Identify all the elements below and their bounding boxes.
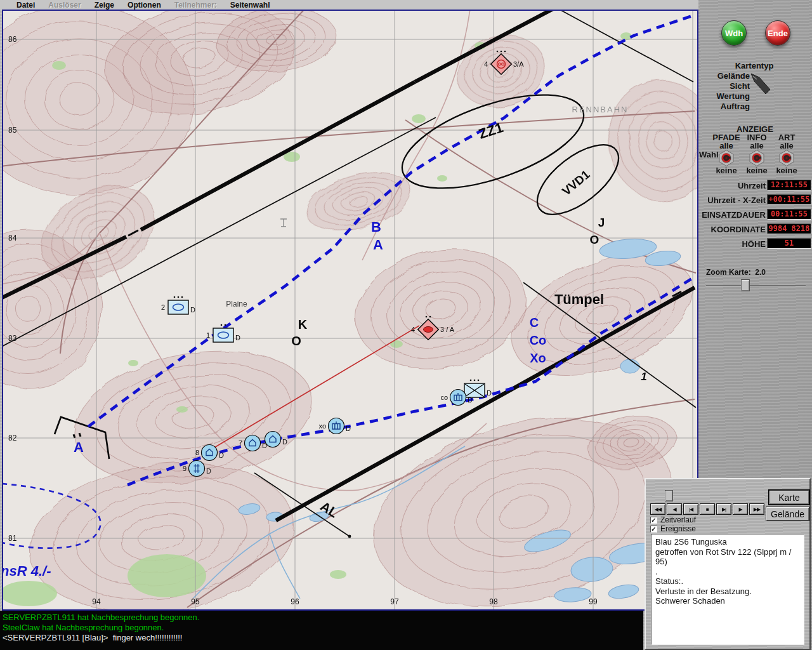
end-button[interactable]: Ende <box>765 20 790 46</box>
chat-log: SERVERPZBTL911 hat Nachbesprechung begon… <box>0 611 643 650</box>
playback-play-button[interactable]: ▶ <box>733 503 748 515</box>
label-j: J <box>598 216 605 229</box>
playback-checkboxes: ✓Zeitverlauf✓Ereignisse <box>650 515 696 533</box>
kartentyp-selector: Kartentyp GeländeSichtWertungAuftrag <box>698 61 812 116</box>
menu-zeige[interactable]: Zeige <box>95 1 114 10</box>
svg-text:co: co <box>440 394 448 401</box>
svg-text:4: 4 <box>411 326 415 333</box>
grid-label-x-99: 99 <box>589 597 598 606</box>
anzeige-section: ANZEIGE PFADEallekeineINFOallekeineARTal… <box>698 124 812 179</box>
anzeige-wahl-label: Wahl <box>699 150 719 159</box>
grid-label-x-96: 96 <box>291 597 299 606</box>
grid-label-y-82: 82 <box>8 434 17 442</box>
overlay-tick <box>74 434 75 438</box>
display-label-einsatzdauer: EINSATZDAUER <box>702 210 766 220</box>
svg-text:D: D <box>282 438 287 446</box>
svg-text:D: D <box>219 451 224 459</box>
zoom-slider-track[interactable] <box>706 285 806 286</box>
label-o-j: O <box>590 233 599 246</box>
kartentyp-title: Kartentyp <box>716 61 792 70</box>
checkbox-box-zeitverlauf[interactable]: ✓ <box>650 517 657 524</box>
svg-text:1: 1 <box>206 331 210 339</box>
overlay-tick <box>79 433 81 437</box>
label-xo: Xo <box>530 351 546 365</box>
vcr-controls: ◀◀◀|◀■▶|▶▶▶ <box>650 503 764 515</box>
checkbox-box-ereignisse[interactable]: ✓ <box>650 526 657 533</box>
svg-text:D: D <box>468 396 473 404</box>
anzeige-art-keine: keine <box>776 166 797 175</box>
display-value-höhe: 51 <box>767 238 811 249</box>
playback-stop-button[interactable]: ■ <box>700 503 715 515</box>
anzeige-info-keine: keine <box>746 166 767 175</box>
kartentyp-option-gelände[interactable]: Gelände <box>698 71 750 81</box>
svg-text:D: D <box>487 389 492 397</box>
display-label-koordinate: KOORDINATE <box>711 225 766 234</box>
menu-datei[interactable]: Datei <box>16 1 35 10</box>
menu-teilnehmer: Teilnehmer: <box>174 1 217 10</box>
gelaende-button[interactable]: Gelände <box>766 507 809 521</box>
checkbox-label: Zeitverlauf <box>660 515 696 524</box>
label-a-route: A <box>373 237 383 253</box>
svg-text:7: 7 <box>239 439 242 447</box>
label-a-west: A <box>74 439 84 455</box>
kartentyp-knob[interactable] <box>749 72 773 96</box>
playback-fast-forward-button[interactable]: ▶▶ <box>749 503 764 515</box>
event-status-box: Blau 2S6 Tunguskagetroffen von Rot Strv … <box>651 534 804 645</box>
anzeige-info-knob[interactable] <box>749 150 765 166</box>
svg-text:3 / A: 3 / A <box>440 326 455 333</box>
checkbox-ereignisse[interactable]: ✓Ereignisse <box>650 524 696 533</box>
svg-text:2: 2 <box>161 303 165 311</box>
grid-label-x-94: 94 <box>92 597 101 606</box>
tactical-map[interactable]: 949596979899868584838281 2D1DDcoDxoD8D9D… <box>3 11 697 609</box>
display-row-einsatzdauer: EINSATZDAUER00:11:55 <box>698 208 812 223</box>
playback-to-start-button[interactable]: |◀ <box>683 503 698 515</box>
anzeige-pfade-knob[interactable] <box>718 150 735 166</box>
menu-optionen[interactable]: Optionen <box>128 1 161 10</box>
display-row-uhrzeit: Uhrzeit12:11:55 <box>698 179 812 194</box>
playback-rewind-button[interactable]: ◀◀ <box>650 503 665 515</box>
timeline-slider-thumb[interactable] <box>665 490 673 501</box>
display-row-höhe: HÖHE51 <box>698 237 812 252</box>
grid-label-x-95: 95 <box>191 597 200 606</box>
playback-to-end-button[interactable]: ▶| <box>716 503 731 515</box>
menu-auslöser: Auslöser <box>48 1 81 10</box>
zoom-label: Zoom Karte: 2.0 <box>706 268 766 277</box>
label-rennbahn: RENNBAHN <box>572 105 629 114</box>
grid-label-x-97: 97 <box>390 597 399 606</box>
display-row-uhrzeit-x-zeit: Uhrzeit - X-Zeit+00:11:55 <box>698 194 812 208</box>
anzeige-column-info: INFOallekeine <box>742 133 771 175</box>
display-label-höhe: HÖHE <box>742 239 766 249</box>
label-plaine: Plaine <box>226 300 247 308</box>
kartentyp-option-auftrag[interactable]: Auftrag <box>698 102 750 112</box>
status-line: Blau 2S6 Tunguska <box>655 537 800 547</box>
kartentyp-option-sicht[interactable]: Sicht <box>698 81 750 91</box>
svg-text:4: 4 <box>484 60 488 68</box>
chat-line: <SERVERPZBTL911 [Blau]> finger wech!!!!!… <box>3 633 643 643</box>
kartentyp-option-wertung[interactable]: Wertung <box>698 91 750 102</box>
status-line: Status:. <box>655 576 800 587</box>
replay-button[interactable]: Wdh <box>721 20 747 46</box>
overlay-dot <box>348 535 351 538</box>
anzeige-art-knob[interactable] <box>778 150 795 166</box>
display-row-koordinate: KOORDINATE9984 8218 <box>698 223 812 237</box>
status-line: . <box>655 567 800 577</box>
label-nsr: nsR 4./- <box>3 563 51 579</box>
menu-bar: DateiAuslöserZeigeOptionenTeilnehmer:Sei… <box>0 0 698 10</box>
karte-button[interactable]: Karte <box>769 490 809 505</box>
zoom-slider-thumb[interactable] <box>741 279 750 291</box>
checkbox-label: Ereignisse <box>660 524 696 533</box>
map-window[interactable]: 949596979899868584838281 2D1DDcoDxoD8D9D… <box>2 10 698 611</box>
digital-displays: Uhrzeit12:11:55Uhrzeit - X-Zeit+00:11:55… <box>698 179 812 252</box>
anzeige-pfade-alle: alle <box>719 142 733 150</box>
display-value-einsatzdauer: 00:11:55 <box>767 209 811 220</box>
menu-seitenwahl[interactable]: Seitenwahl <box>230 1 270 10</box>
playback-step-back-button[interactable]: ◀ <box>667 503 682 515</box>
label-c: C <box>530 315 539 329</box>
svg-text:xo: xo <box>318 422 326 430</box>
svg-text:D: D <box>206 467 211 475</box>
display-label-uhrzeit: Uhrzeit <box>738 181 766 190</box>
anzeige-column-art: ARTallekeine <box>772 133 801 175</box>
checkbox-zeitverlauf[interactable]: ✓Zeitverlauf <box>650 515 696 524</box>
svg-text:8: 8 <box>195 449 199 456</box>
label-1: 1 <box>641 371 646 383</box>
